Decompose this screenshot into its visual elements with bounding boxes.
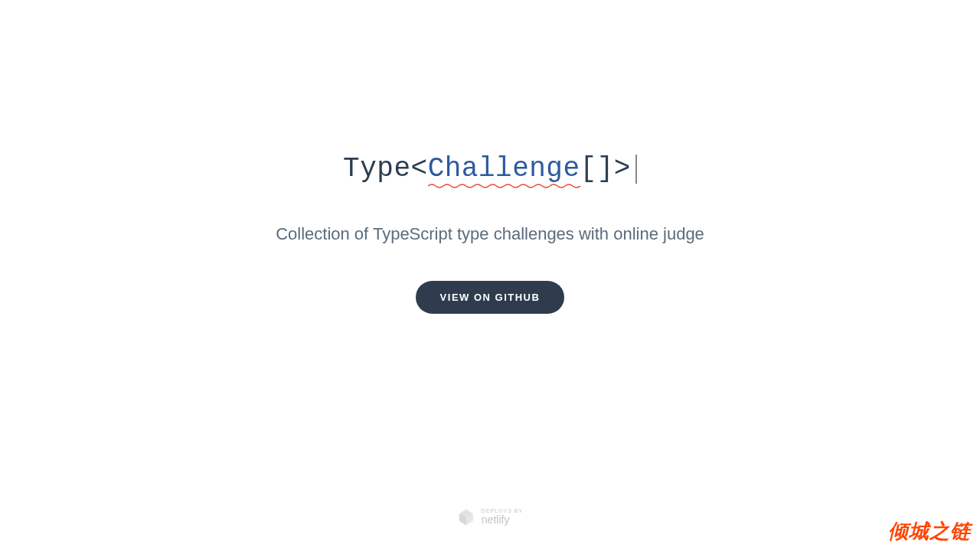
logo: Type<Challenge[]> xyxy=(343,153,637,184)
logo-close-bracket: > xyxy=(614,153,631,184)
logo-challenge-text: Challenge xyxy=(428,153,580,184)
hero-section: Type<Challenge[]> Collection of TypeScri… xyxy=(276,153,704,314)
subtitle: Collection of TypeScript type challenges… xyxy=(276,224,704,244)
logo-open-bracket: < xyxy=(411,153,428,184)
view-github-button[interactable]: VIEW ON GITHUB xyxy=(416,281,565,314)
logo-array-brackets: [] xyxy=(580,153,614,184)
watermark: 倾城之链 xyxy=(888,518,971,545)
logo-type-text: Type xyxy=(343,153,410,184)
netlify-icon xyxy=(457,508,475,527)
netlify-name-label: netlify xyxy=(482,514,523,526)
squiggly-underline-icon xyxy=(428,183,580,189)
netlify-badge[interactable]: DEPLOYS BY netlify xyxy=(457,508,523,527)
cursor-icon xyxy=(635,155,637,184)
netlify-text: DEPLOYS BY netlify xyxy=(482,508,523,526)
